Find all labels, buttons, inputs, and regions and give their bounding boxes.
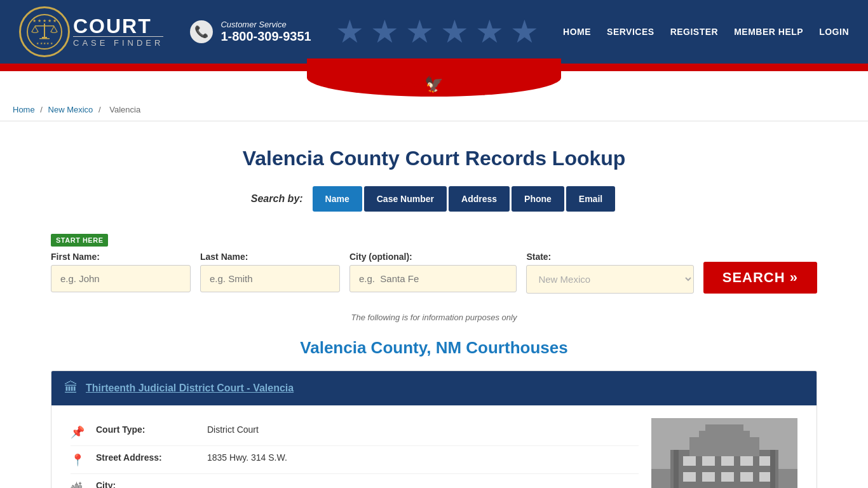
state-label: State: bbox=[526, 252, 693, 262]
star-right-3: ★ bbox=[473, 80, 480, 89]
courthouse-photo bbox=[651, 418, 797, 488]
svg-rect-18 bbox=[740, 456, 753, 466]
svg-rect-5 bbox=[39, 38, 50, 39]
svg-rect-20 bbox=[683, 472, 696, 482]
state-group: State: New Mexico Alabama Alaska Arizona bbox=[526, 252, 693, 294]
search-by-label: Search by: bbox=[251, 193, 303, 205]
court-type-icon: 📌 bbox=[71, 425, 86, 439]
breadcrumb-sep-1: / bbox=[40, 105, 44, 114]
svg-rect-27 bbox=[770, 450, 775, 488]
nav-home[interactable]: HOME bbox=[563, 27, 591, 37]
svg-rect-22 bbox=[721, 472, 734, 482]
logo-circle: ★ ★ ★ ★ ★ ★ ★ ★ ★ ★ bbox=[19, 6, 70, 57]
search-bar: Search by: Name Case Number Address Phon… bbox=[51, 186, 817, 212]
stars-decoration: ★ ★ ★ ★ ★ ★ bbox=[311, 13, 563, 50]
cs-label: Customer Service bbox=[220, 20, 311, 29]
cs-phone: 1-800-309-9351 bbox=[220, 29, 311, 44]
detail-row-address: 📍 Street Address: 1835 Hwy. 314 S.W. bbox=[71, 446, 639, 474]
last-name-label: Last Name: bbox=[200, 252, 340, 262]
breadcrumb-sep-2: / bbox=[98, 105, 103, 114]
svg-rect-13 bbox=[699, 431, 750, 440]
breadcrumb-state[interactable]: New Mexico bbox=[48, 105, 93, 114]
city-input[interactable] bbox=[349, 265, 517, 292]
courthouse-icon: 🏛 bbox=[64, 380, 78, 396]
first-name-input[interactable] bbox=[51, 265, 191, 292]
court-type-label: Court Type: bbox=[96, 424, 198, 435]
main-content: Valencia County Court Records Lookup Sea… bbox=[0, 121, 868, 488]
tab-case-number[interactable]: Case Number bbox=[364, 186, 447, 212]
courthouse-building-image bbox=[651, 418, 797, 488]
star-left-3: ★ bbox=[412, 80, 419, 89]
address-value: 1835 Hwy. 314 S.W. bbox=[207, 452, 287, 463]
info-note: The following is for information purpose… bbox=[51, 313, 817, 322]
site-header: ★ ★ ★ ★ ★ ★ ★ ★ ★ ★ COURT CASE FINDER 📞 bbox=[0, 0, 868, 64]
first-name-label: First Name: bbox=[51, 252, 191, 262]
address-label: Street Address: bbox=[96, 452, 198, 463]
breadcrumb: Home / New Mexico / Valencia bbox=[0, 98, 868, 121]
start-here-badge: START HERE bbox=[51, 234, 108, 247]
svg-rect-21 bbox=[702, 472, 715, 482]
courthouses-title: Valencia County, NM Courthouses bbox=[51, 338, 817, 358]
nav-register[interactable]: REGISTER bbox=[670, 27, 719, 37]
eagle-icon: 🦅 bbox=[424, 76, 444, 93]
courthouse-body: 📌 Court Type: District Court 📍 Street Ad… bbox=[51, 405, 817, 488]
city-icon: 🏙 bbox=[71, 481, 86, 488]
svg-rect-14 bbox=[705, 424, 743, 432]
breadcrumb-home[interactable]: Home bbox=[13, 105, 35, 114]
svg-rect-23 bbox=[740, 472, 753, 482]
main-nav: HOME SERVICES REGISTER MEMBER HELP LOGIN bbox=[563, 27, 849, 37]
phone-icon: 📞 bbox=[189, 19, 214, 44]
svg-text:★ ★ ★ ★ ★: ★ ★ ★ ★ ★ bbox=[36, 41, 53, 45]
page-title: Valencia County Court Records Lookup bbox=[51, 147, 817, 170]
court-type-value: District Court bbox=[207, 424, 259, 435]
svg-rect-3 bbox=[35, 25, 54, 27]
logo-court-label: COURT bbox=[73, 16, 163, 36]
search-form-area: START HERE First Name: Last Name: City (… bbox=[51, 224, 817, 303]
city-group: City (optional): bbox=[349, 252, 517, 292]
city-label: City (optional): bbox=[349, 252, 517, 262]
logo-area: ★ ★ ★ ★ ★ ★ ★ ★ ★ ★ COURT CASE FINDER bbox=[19, 6, 163, 57]
svg-rect-15 bbox=[683, 456, 696, 466]
star-left-2: ★ bbox=[400, 80, 407, 89]
star-right-2: ★ bbox=[461, 80, 468, 89]
city-detail-label: City: bbox=[96, 480, 198, 488]
tab-phone[interactable]: Phone bbox=[512, 186, 564, 212]
courthouse-header: 🏛 Thirteenth Judicial District Court - V… bbox=[51, 371, 817, 405]
courthouse-name-link[interactable]: Thirteenth Judicial District Court - Val… bbox=[86, 383, 294, 394]
tab-name[interactable]: Name bbox=[313, 186, 362, 212]
search-form-row: First Name: Last Name: City (optional): … bbox=[51, 252, 817, 294]
svg-rect-4 bbox=[42, 37, 47, 38]
logo-case-finder-label: CASE FINDER bbox=[73, 36, 163, 48]
last-name-group: Last Name: bbox=[200, 252, 340, 292]
first-name-group: First Name: bbox=[51, 252, 191, 292]
svg-text:★ ★ ★ ★ ★: ★ ★ ★ ★ ★ bbox=[32, 18, 57, 23]
last-name-input[interactable] bbox=[200, 265, 340, 292]
state-select[interactable]: New Mexico Alabama Alaska Arizona bbox=[526, 265, 693, 294]
customer-service: 📞 Customer Service 1-800-309-9351 bbox=[189, 19, 311, 44]
nav-login[interactable]: LOGIN bbox=[819, 27, 849, 37]
logo-text: COURT CASE FINDER bbox=[73, 16, 163, 48]
courthouse-details: 📌 Court Type: District Court 📍 Street Ad… bbox=[71, 418, 639, 488]
detail-row-city: 🏙 City: bbox=[71, 474, 639, 488]
star-left-1: ★ bbox=[388, 80, 395, 89]
detail-row-type: 📌 Court Type: District Court bbox=[71, 418, 639, 446]
eagle-content: ★ ★ ★ 🦅 ★ ★ ★ bbox=[388, 74, 480, 98]
svg-rect-17 bbox=[721, 456, 734, 466]
address-icon: 📍 bbox=[71, 453, 86, 467]
eagle-banner: ★ ★ ★ 🦅 ★ ★ ★ bbox=[0, 71, 868, 98]
svg-rect-26 bbox=[674, 450, 679, 488]
logo-icon: ★ ★ ★ ★ ★ ★ ★ ★ ★ ★ bbox=[25, 13, 64, 51]
courthouse-card: 🏛 Thirteenth Judicial District Court - V… bbox=[51, 370, 817, 488]
tab-email[interactable]: Email bbox=[566, 186, 615, 212]
search-button[interactable]: SEARCH » bbox=[703, 262, 817, 294]
nav-member-help[interactable]: MEMBER HELP bbox=[734, 27, 803, 37]
svg-text:📞: 📞 bbox=[194, 25, 209, 39]
nav-services[interactable]: SERVICES bbox=[607, 27, 654, 37]
star-right-1: ★ bbox=[449, 80, 456, 89]
tab-address[interactable]: Address bbox=[449, 186, 510, 212]
svg-rect-16 bbox=[702, 456, 715, 466]
breadcrumb-county: Valencia bbox=[109, 105, 140, 114]
